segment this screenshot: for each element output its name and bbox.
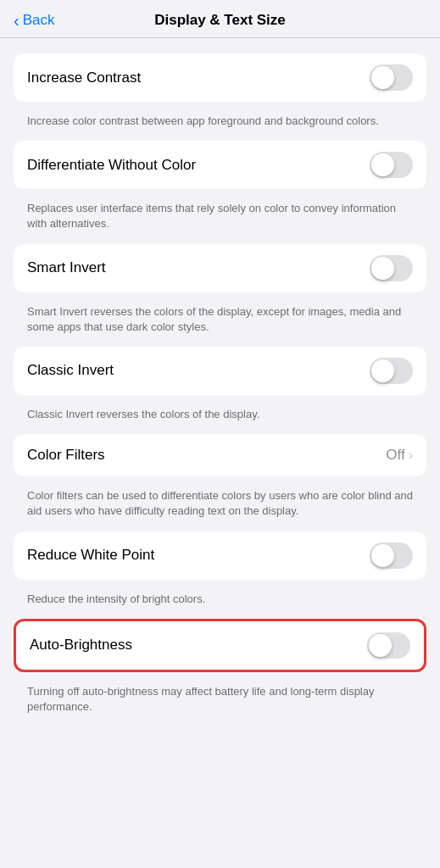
setting-label-reduce-white-point: Reduce White Point (27, 547, 370, 564)
settings-content: Increase ContrastIncrease color contrast… (0, 38, 440, 743)
setting-description-auto-brightness: Turning off auto-brightness may affect b… (14, 679, 426, 726)
setting-group-smart-invert: Smart Invert (14, 244, 426, 292)
toggle-classic-invert[interactable] (370, 358, 413, 384)
setting-description-classic-invert: Classic Invert reverses the colors of th… (14, 402, 426, 434)
setting-group-auto-brightness: Auto-Brightness (14, 619, 426, 672)
toggle-knob-classic-invert (371, 359, 394, 382)
setting-description-color-filters: Color filters can be used to differentia… (14, 483, 426, 531)
toggle-increase-contrast[interactable] (370, 64, 413, 91)
toggle-knob-smart-invert (371, 257, 394, 280)
toggle-knob-increase-contrast (371, 66, 394, 89)
setting-row-classic-invert: Classic Invert (14, 347, 426, 395)
setting-label-color-filters: Color Filters (27, 447, 386, 464)
setting-row-auto-brightness: Auto-Brightness (16, 621, 424, 670)
navigation-header: ‹ Back Display & Text Size (0, 0, 440, 38)
toggle-knob-reduce-white-point (371, 544, 394, 567)
setting-description-smart-invert: Smart Invert reverses the colors of the … (14, 299, 426, 347)
setting-row-increase-contrast: Increase Contrast (14, 53, 426, 102)
toggle-auto-brightness[interactable] (367, 632, 410, 659)
setting-value-color-filters: Off (386, 447, 404, 464)
toggle-reduce-white-point[interactable] (370, 542, 413, 569)
back-chevron-icon: ‹ (14, 12, 19, 29)
toggle-knob-differentiate-without-color (371, 153, 394, 176)
back-label: Back (23, 12, 55, 29)
setting-label-auto-brightness: Auto-Brightness (30, 637, 367, 654)
setting-group-color-filters: Color FiltersOff› (14, 434, 426, 476)
toggle-smart-invert[interactable] (370, 255, 413, 281)
setting-row-color-filters: Color FiltersOff› (14, 434, 426, 476)
setting-group-differentiate-without-color: Differentiate Without Color (14, 141, 426, 189)
back-button[interactable]: ‹ Back (14, 12, 54, 29)
setting-label-classic-invert: Classic Invert (27, 362, 370, 379)
setting-row-smart-invert: Smart Invert (14, 244, 426, 292)
setting-description-increase-contrast: Increase color contrast between app fore… (14, 108, 426, 141)
page-title: Display & Text Size (154, 12, 286, 29)
toggle-differentiate-without-color[interactable] (370, 152, 413, 178)
setting-label-smart-invert: Smart Invert (27, 259, 370, 276)
setting-group-increase-contrast: Increase Contrast (14, 53, 426, 102)
setting-row-reduce-white-point: Reduce White Point (14, 531, 426, 580)
setting-group-reduce-white-point: Reduce White Point (14, 531, 426, 580)
setting-label-differentiate-without-color: Differentiate Without Color (27, 157, 370, 174)
chevron-right-icon-color-filters: › (409, 448, 413, 463)
setting-row-differentiate-without-color: Differentiate Without Color (14, 141, 426, 189)
setting-group-classic-invert: Classic Invert (14, 347, 426, 395)
setting-label-increase-contrast: Increase Contrast (27, 70, 370, 86)
setting-description-reduce-white-point: Reduce the intensity of bright colors. (14, 587, 426, 619)
toggle-knob-auto-brightness (369, 634, 392, 657)
setting-description-differentiate-without-color: Replaces user interface items that rely … (14, 196, 426, 243)
